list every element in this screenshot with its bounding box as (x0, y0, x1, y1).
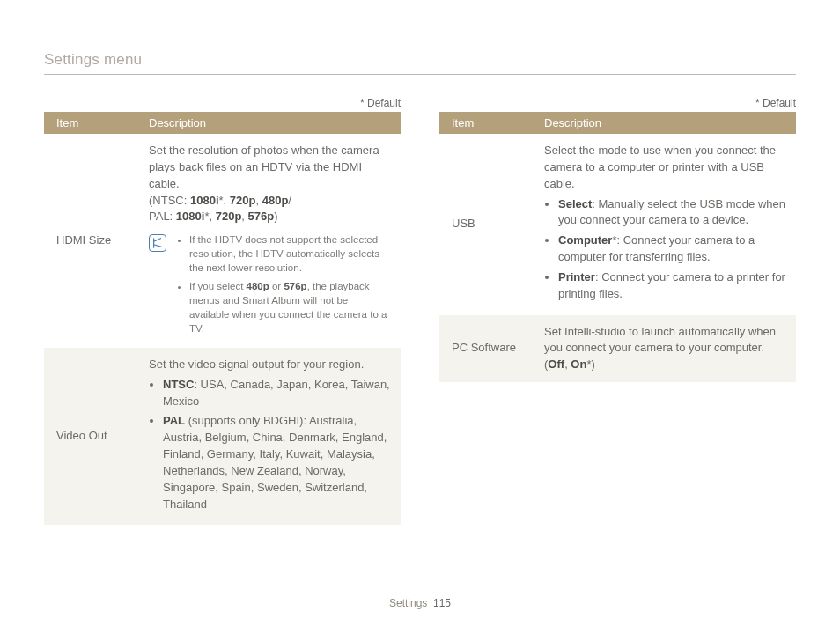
bullet-bold: NTSC (163, 378, 194, 391)
item-cell: Video Out (44, 348, 136, 526)
desc-lead: Set the video signal output for your reg… (149, 358, 364, 371)
note-bold: 576p (284, 281, 306, 291)
page-footer: Settings 115 (0, 597, 840, 609)
default-star: * (219, 194, 224, 207)
settings-table-left: Item Description HDMI Size Set the resol… (44, 112, 401, 525)
left-column: * Default Item Description HDMI Size Set… (44, 97, 401, 525)
desc-text: ) (591, 358, 594, 371)
pal-label: PAL: (149, 210, 173, 223)
item-cell: HDMI Size (44, 134, 136, 348)
bullet-list: Select: Manually select the USB mode whe… (544, 196, 785, 303)
bullet-bold: Select (558, 197, 592, 210)
bullet-bold: PAL (163, 414, 185, 427)
table-row: Video Out Set the video signal output fo… (44, 348, 401, 526)
ntsc-label: (NTSC: (149, 194, 187, 207)
bullet-bold: Computer (558, 233, 612, 247)
desc-bold: On (571, 358, 586, 371)
page: Settings menu * Default Item Description… (0, 0, 840, 634)
bullet-bold: Printer (558, 270, 595, 284)
desc-cell: Set the video signal output for your reg… (136, 348, 401, 526)
table-row: HDMI Size Set the resolution of photos w… (44, 134, 401, 348)
desc-cell: Set Intelli-studio to launch automatical… (532, 315, 796, 383)
bullet-text: (supports only BDGHI): Australia, Austri… (163, 414, 387, 510)
note-block: If the HDTV does not support the selecte… (149, 232, 390, 339)
list-item: Computer*: Connect your camera to a comp… (558, 232, 785, 266)
note-text: If the HDTV does not support the selecte… (189, 234, 379, 273)
res-value: 1080i (190, 194, 219, 207)
note-item: If the HDTV does not support the selecte… (189, 232, 390, 275)
item-cell: PC Software (439, 315, 532, 383)
note-icon (149, 234, 166, 252)
desc-bold: Off (548, 358, 564, 371)
res-value: 720p (216, 210, 242, 223)
bullet-text: : USA, Canada, Japan, Korea, Taiwan, Mex… (163, 378, 390, 408)
footer-section: Settings (389, 597, 427, 609)
list-item: Printer: Connect your camera to a printe… (558, 269, 785, 303)
bullet-text: : Manually select the USB mode when you … (558, 197, 785, 227)
res-value: 480p (262, 194, 289, 207)
note-text: or (269, 281, 284, 291)
default-note: * Default (44, 97, 401, 109)
settings-table-right: Item Description USB Select the mode to … (439, 112, 796, 382)
content-columns: * Default Item Description HDMI Size Set… (44, 97, 796, 525)
table-header-row: Item Description (439, 112, 796, 134)
table-header-row: Item Description (44, 112, 401, 134)
default-star: * (204, 210, 209, 223)
header-item: Item (44, 112, 136, 134)
table-row: PC Software Set Intelli-studio to launch… (439, 315, 796, 383)
desc-lead: Select the mode to use when you connect … (544, 144, 776, 190)
res-value: 576p (248, 210, 275, 223)
note-list: If the HDTV does not support the selecte… (175, 232, 390, 339)
list-item: Select: Manually select the USB mode whe… (558, 196, 785, 230)
item-cell: USB (439, 134, 532, 315)
desc-cell: Set the resolution of photos when the ca… (136, 134, 401, 348)
list-item: PAL (supports only BDGHI): Australia, Au… (163, 413, 390, 512)
header-desc: Description (136, 112, 401, 134)
desc-cell: Select the mode to use when you connect … (532, 134, 796, 315)
table-row: USB Select the mode to use when you conn… (439, 134, 796, 315)
default-note: * Default (439, 97, 796, 109)
note-item: If you select 480p or 576p, the playback… (189, 279, 390, 335)
note-text: If you select (189, 281, 247, 291)
list-item: NTSC: USA, Canada, Japan, Korea, Taiwan,… (163, 377, 390, 410)
page-title: Settings menu (44, 51, 796, 75)
res-value: 1080i (176, 210, 205, 223)
res-value: 720p (230, 194, 256, 207)
bullet-list: NTSC: USA, Canada, Japan, Korea, Taiwan,… (149, 377, 390, 513)
footer-page-number: 115 (433, 597, 451, 609)
note-bold: 480p (247, 281, 269, 291)
desc-lead: Set the resolution of photos when the ca… (149, 144, 379, 190)
header-desc: Description (532, 112, 796, 134)
right-column: * Default Item Description USB Select th… (439, 97, 796, 525)
header-item: Item (439, 112, 532, 134)
